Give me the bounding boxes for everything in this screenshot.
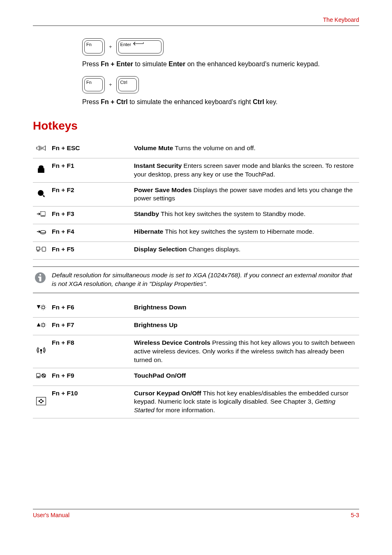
intro-block: Fn + Enter Press Fn + Enter to simulate … xyxy=(82,38,359,107)
table-row: Fn + F7 Brightness Up xyxy=(33,317,359,335)
svg-line-30 xyxy=(42,326,42,327)
hotkey-title: Hibernate xyxy=(134,228,164,235)
keycap-fn-label-2: Fn xyxy=(86,79,92,86)
page-footer: User's Manual 5-3 xyxy=(33,509,359,518)
keycap-ctrl-label: Ctrl xyxy=(120,79,127,86)
svg-rect-36 xyxy=(39,377,40,378)
svg-point-11 xyxy=(39,274,41,276)
svg-point-23 xyxy=(42,323,45,326)
wireless-icon xyxy=(36,346,46,354)
hotkey-combo: Fn + F6 xyxy=(52,304,74,311)
svg-rect-6 xyxy=(37,247,40,250)
enter-arrow-icon xyxy=(133,42,144,46)
svg-text:/: / xyxy=(40,374,42,378)
svg-point-32 xyxy=(40,349,42,351)
para-fn-enter: Press Fn + Enter to simulate Enter on th… xyxy=(82,60,359,69)
plus-symbol-2: + xyxy=(109,81,112,88)
svg-text:/: / xyxy=(42,147,42,150)
svg-rect-35 xyxy=(37,377,38,378)
table-row: Fn + F2 Power Save Modes Displays the po… xyxy=(33,182,359,207)
svg-rect-13 xyxy=(38,276,40,278)
table-row: / Fn + ESC Volume Mute Turns the volume … xyxy=(33,141,359,158)
hotkey-desc: This hot key switches the system to Hibe… xyxy=(164,228,314,235)
svg-line-19 xyxy=(42,306,42,306)
display-selection-icon: / xyxy=(36,245,46,253)
hotkey-desc: Changes displays. xyxy=(187,246,240,253)
note-box: Default resolution for simultaneous mode… xyxy=(33,266,359,293)
hotkey-title: Cursor Keypad On/Off xyxy=(134,390,201,397)
hibernate-icon xyxy=(36,228,46,236)
svg-line-20 xyxy=(44,309,45,309)
keycap-fn-2: Fn xyxy=(82,76,105,93)
keycap-fn: Fn xyxy=(82,38,105,56)
keycap-fn-label: Fn xyxy=(86,42,92,48)
svg-rect-3 xyxy=(41,212,45,216)
lock-icon xyxy=(36,165,46,173)
hotkey-combo: Fn + F10 xyxy=(52,390,78,397)
hotkeys-table-1: / Fn + ESC Volume Mute Turns the volume … xyxy=(33,141,359,260)
hotkey-combo: Fn + F4 xyxy=(52,228,74,235)
table-row: Fn + F10 Cursor Keypad On/Off This hot k… xyxy=(33,385,359,418)
hotkey-title: Display Selection xyxy=(134,246,187,253)
keycap-ctrl: Ctrl xyxy=(116,76,139,93)
plus-symbol: + xyxy=(109,43,112,51)
hotkey-combo: Fn + F1 xyxy=(52,162,74,169)
svg-point-2 xyxy=(38,190,44,196)
table-row: Fn + F6 Brightness Down xyxy=(33,300,359,317)
svg-point-14 xyxy=(42,306,45,309)
hotkey-desc: This hot key switches the system to Stan… xyxy=(159,210,305,217)
svg-line-31 xyxy=(44,323,45,324)
keycap-enter: Enter xyxy=(116,38,164,56)
table-row: Fn + F3 Standby This hot key switches th… xyxy=(33,207,359,224)
header-title: The Keyboard xyxy=(323,16,359,23)
table-row: / Fn + F5 Display Selection Changes disp… xyxy=(33,242,359,260)
cursor-keypad-icon xyxy=(36,397,46,405)
hotkey-title: Brightness Down xyxy=(134,304,186,311)
table-row: Fn + F8 Wireless Device Controls Pressin… xyxy=(33,335,359,368)
hotkey-title: TouchPad On/Off xyxy=(134,372,186,379)
info-icon xyxy=(35,272,46,283)
volume-mute-icon: / xyxy=(36,144,46,152)
svg-rect-9 xyxy=(42,247,46,251)
svg-rect-34 xyxy=(37,373,40,376)
hotkey-combo: Fn + F8 xyxy=(52,339,74,346)
key-combo-fn-ctrl: Fn + Ctrl xyxy=(82,76,359,93)
standby-icon xyxy=(36,210,46,218)
footer-right: 5-3 xyxy=(351,512,359,518)
hotkey-combo: Fn + F2 xyxy=(52,186,74,193)
svg-line-22 xyxy=(44,306,45,306)
keycap-enter-label: Enter xyxy=(120,42,131,48)
hotkey-combo: Fn + F9 xyxy=(52,372,74,379)
svg-text:/: / xyxy=(40,248,42,251)
para-fn-ctrl: Press Fn + Ctrl to simulate the enhanced… xyxy=(82,98,359,107)
hotkey-combo: Fn + F5 xyxy=(52,246,74,253)
touchpad-icon: / xyxy=(36,372,46,380)
svg-rect-7 xyxy=(37,251,39,251)
hotkey-title: Volume Mute xyxy=(134,144,173,151)
section-hotkeys-title: Hotkeys xyxy=(33,119,359,132)
hotkey-combo: Fn + F3 xyxy=(52,210,74,217)
svg-line-28 xyxy=(42,323,42,324)
hotkey-title: Power Save Modes xyxy=(134,186,191,193)
svg-point-5 xyxy=(40,231,46,233)
hotkey-title: Standby xyxy=(134,210,159,217)
hotkey-title: Brightness Up xyxy=(134,321,178,328)
footer-left: User's Manual xyxy=(33,512,69,518)
hotkey-desc: Turns the volume on and off. xyxy=(173,144,255,151)
hotkey-combo: Fn + F7 xyxy=(52,321,74,328)
table-row: Fn + F1 Instant Security Enters screen s… xyxy=(33,158,359,182)
table-row: / Fn + F9 TouchPad On/Off xyxy=(33,368,359,385)
hotkey-combo: Fn + ESC xyxy=(52,144,80,151)
key-combo-fn-enter: Fn + Enter xyxy=(82,38,359,56)
brightness-up-icon xyxy=(36,321,46,329)
hotkey-desc-post: for more information. xyxy=(154,406,215,413)
svg-line-29 xyxy=(44,326,45,327)
hotkey-title: Instant Security xyxy=(134,162,182,169)
power-save-icon xyxy=(36,189,46,197)
note-text: Default resolution for simultaneous mode… xyxy=(52,271,357,288)
page-header: The Keyboard xyxy=(33,16,359,26)
table-row: Fn + F4 Hibernate This hot key switches … xyxy=(33,224,359,242)
svg-line-21 xyxy=(42,309,42,309)
hotkey-title: Wireless Device Controls xyxy=(134,339,210,346)
brightness-down-icon xyxy=(36,303,46,311)
